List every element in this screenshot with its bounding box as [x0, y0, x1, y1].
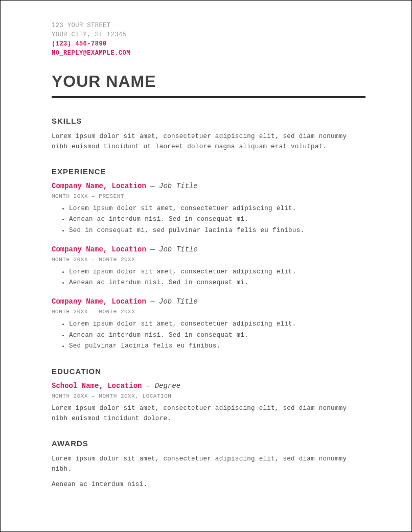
experience-section: EXPERIENCE Company Name, Location — Job …: [52, 167, 365, 352]
experience-title: Job Title: [159, 245, 198, 253]
education-title: Degree: [155, 382, 180, 390]
applicant-name: YOUR NAME: [52, 72, 365, 91]
experience-heading: EXPERIENCE: [52, 167, 365, 176]
bullet-item: Lorem ipsum dolor sit amet, consectetuer…: [69, 203, 365, 214]
experience-bullets: Lorem ipsum dolor sit amet, consectetuer…: [52, 203, 365, 236]
education-heading: EDUCATION: [52, 367, 365, 376]
experience-entry: Company Name, Location — Job Title MONTH…: [52, 182, 365, 236]
experience-dates: MONTH 20XX – MONTH 20XX: [52, 309, 365, 315]
bullet-item: Lorem ipsum dolor sit amet, consectetuer…: [69, 319, 365, 330]
experience-bullets: Lorem ipsum dolor sit amet, consectetuer…: [52, 267, 365, 289]
education-entry: School Name, Location — Degree MONTH 20X…: [52, 382, 365, 424]
contact-street: 123 YOUR STREET: [52, 21, 365, 30]
bullet-item: Lorem ipsum dolor sit amet, consectetuer…: [69, 267, 365, 277]
resume-page: 123 YOUR STREET YOUR CITY, ST 12345 (123…: [0, 0, 412, 532]
awards-paragraph: Lorem ipsum dolor sit amet, consectetuer…: [52, 454, 365, 474]
entry-dash: —: [150, 182, 159, 190]
awards-paragraph: Aenean ac interdum nisi.: [52, 479, 365, 490]
entry-dash: —: [146, 382, 155, 390]
contact-block: 123 YOUR STREET YOUR CITY, ST 12345 (123…: [52, 21, 365, 58]
awards-heading: AWARDS: [52, 439, 365, 448]
bullet-item: Sed pulvinar lacinia felis eu finibus.: [69, 341, 365, 352]
bullet-item: Sed in consequat mi, sed pulvinar lacini…: [69, 225, 365, 236]
education-entry-heading: School Name, Location — Degree: [52, 382, 365, 390]
experience-dates: MONTH 20XX – MONTH 20XX: [52, 257, 365, 263]
contact-city: YOUR CITY, ST 12345: [52, 30, 365, 39]
education-section: EDUCATION School Name, Location — Degree…: [52, 367, 365, 424]
experience-dates: MONTH 20XX – PRESENT: [52, 193, 365, 199]
experience-org: Company Name, Location: [52, 182, 146, 190]
bullet-item: Aenean ac interdum nisi. Sed in consequa…: [69, 277, 365, 288]
contact-phone: (123) 456-7890: [52, 39, 365, 49]
experience-org: Company Name, Location: [52, 245, 146, 253]
experience-org: Company Name, Location: [52, 297, 146, 306]
experience-title: Job Title: [159, 182, 198, 190]
bullet-item: Aenean ac interdum nisi. Sed in consequa…: [69, 214, 365, 225]
education-org: School Name, Location: [52, 382, 142, 390]
entry-dash: —: [150, 245, 159, 253]
entry-dash: —: [150, 297, 159, 306]
skills-body: Lorem ipsum dolor sit amet, consectetuer…: [52, 131, 365, 152]
divider-rule: [52, 96, 365, 98]
experience-entry-heading: Company Name, Location — Job Title: [52, 182, 365, 190]
contact-email: NO_REPLY@EXAMPLE.COM: [52, 49, 365, 58]
experience-title: Job Title: [159, 297, 198, 306]
experience-bullets: Lorem ipsum dolor sit amet, consectetuer…: [52, 319, 365, 352]
education-dates: MONTH 20XX – MONTH 20XX, LOCATION: [52, 393, 365, 399]
education-body: Lorem ipsum dolor sit amet, consectetuer…: [52, 403, 365, 424]
experience-entry-heading: Company Name, Location — Job Title: [52, 245, 365, 253]
awards-body: Lorem ipsum dolor sit amet, consectetuer…: [52, 454, 365, 490]
skills-heading: SKILLS: [52, 117, 365, 125]
experience-entry: Company Name, Location — Job Title MONTH…: [52, 297, 365, 352]
awards-section: AWARDS Lorem ipsum dolor sit amet, conse…: [52, 439, 365, 490]
bullet-item: Aenean ac interdum nisi. Sed in consequa…: [69, 330, 365, 341]
experience-entry-heading: Company Name, Location — Job Title: [52, 297, 365, 306]
experience-entry: Company Name, Location — Job Title MONTH…: [52, 245, 365, 289]
skills-section: SKILLS Lorem ipsum dolor sit amet, conse…: [52, 117, 365, 152]
